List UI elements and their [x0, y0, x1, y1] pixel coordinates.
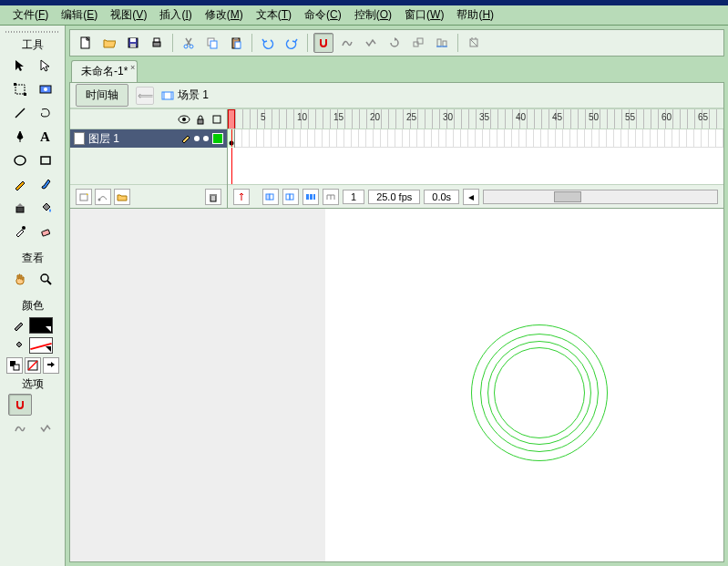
line-tool[interactable]	[8, 102, 32, 124]
snap-to-objects-button[interactable]	[313, 33, 333, 53]
eye-icon[interactable]	[178, 113, 190, 126]
current-frame: 1	[343, 190, 364, 204]
delete-layer-button[interactable]	[205, 189, 221, 205]
menu-control[interactable]: 控制(O)	[349, 5, 397, 25]
swap-colors-button[interactable]	[43, 357, 59, 374]
back-arrow-button[interactable]: ⟸	[136, 87, 154, 105]
svg-rect-56	[306, 194, 309, 200]
pen-tool[interactable]	[8, 126, 32, 148]
elapsed-display: 0.0s	[424, 190, 459, 204]
layer-row[interactable]: 图层 1	[70, 129, 227, 148]
cut-button[interactable]	[179, 33, 199, 53]
svg-rect-32	[437, 39, 441, 46]
free-transform-tool[interactable]	[8, 78, 32, 100]
panel-grip-icon[interactable]	[5, 31, 60, 33]
rectangle-tool[interactable]	[34, 149, 57, 171]
zoom-tool[interactable]	[34, 268, 57, 290]
timeline-ruler[interactable]: 510152025303540455055606570	[228, 109, 723, 129]
document-chrome: 时间轴 ⟸ 场景 1 图层 1	[69, 82, 724, 209]
tool-panel: 工具 A 查看 颜色	[0, 26, 66, 566]
svg-rect-14	[14, 365, 19, 370]
pencil-tool[interactable]	[8, 173, 32, 195]
stroke-color-swatch[interactable]	[29, 317, 53, 334]
svg-point-43	[182, 118, 186, 121]
print-button[interactable]	[147, 33, 167, 53]
menu-window[interactable]: 窗口(W)	[399, 5, 449, 25]
menu-modify[interactable]: 修改(M)	[200, 5, 249, 25]
add-motion-guide-button[interactable]	[95, 189, 111, 205]
hand-tool[interactable]	[8, 268, 32, 290]
svg-rect-8	[16, 207, 24, 212]
menu-insert[interactable]: 插入(I)	[154, 5, 197, 25]
menu-view[interactable]: 视图(V)	[105, 5, 152, 25]
copy-button[interactable]	[202, 33, 222, 53]
layer-lock-dot-icon[interactable]	[203, 136, 209, 141]
paste-button[interactable]	[226, 33, 246, 53]
brush-tool[interactable]	[34, 173, 57, 195]
onion-markers-button[interactable]	[323, 189, 339, 205]
menu-help[interactable]: 帮助(H)	[451, 5, 499, 25]
menu-file[interactable]: 文件(F)	[7, 5, 54, 25]
add-layer-button[interactable]	[76, 189, 92, 205]
timeline-tab[interactable]: 时间轴	[76, 84, 128, 107]
smooth-button[interactable]	[337, 33, 357, 53]
lasso-tool[interactable]	[34, 102, 57, 124]
open-button[interactable]	[99, 33, 119, 53]
align-button[interactable]	[432, 33, 452, 53]
menu-commands[interactable]: 命令(C)	[299, 5, 347, 25]
eyedropper-tool[interactable]	[8, 221, 32, 242]
default-colors-button[interactable]	[6, 357, 23, 374]
gradient-transform-tool[interactable]	[34, 78, 57, 100]
save-button[interactable]	[123, 33, 143, 53]
svg-rect-55	[290, 194, 293, 200]
lock-icon[interactable]	[194, 113, 207, 126]
center-frame-button[interactable]	[233, 189, 250, 205]
smooth-option[interactable]	[8, 417, 32, 439]
new-button[interactable]	[76, 33, 96, 53]
stage-wrapper	[69, 209, 724, 562]
playhead-line-icon	[231, 148, 232, 184]
ruler-tick-label: 50	[589, 112, 599, 122]
ink-bottle-tool[interactable]	[8, 197, 32, 219]
document-tab[interactable]: 未命名-1* ×	[71, 60, 138, 82]
straighten-button[interactable]	[361, 33, 381, 53]
scroll-left-button[interactable]: ◂	[463, 189, 479, 205]
text-tool[interactable]: A	[34, 126, 57, 148]
edit-multiple-button[interactable]	[302, 189, 319, 205]
onion-outline-button[interactable]	[282, 189, 299, 205]
fill-color-swatch[interactable]	[29, 337, 53, 354]
eraser-tool[interactable]	[34, 221, 57, 242]
timeline-hscroll[interactable]	[483, 190, 718, 204]
add-folder-button[interactable]	[114, 189, 130, 205]
no-color-button[interactable]	[25, 357, 41, 374]
redo-button[interactable]	[282, 33, 302, 53]
layer-vis-dot-icon[interactable]	[194, 136, 200, 141]
menu-edit[interactable]: 编辑(E)	[56, 5, 103, 25]
subselect-tool[interactable]	[34, 55, 57, 77]
layer-outline-swatch[interactable]	[212, 133, 223, 144]
selection-tool[interactable]	[8, 55, 32, 77]
snap-option[interactable]	[8, 394, 32, 416]
rotate-button[interactable]	[385, 33, 405, 53]
debug-button[interactable]	[464, 33, 484, 53]
drawn-circle-4[interactable]	[494, 347, 585, 438]
oval-tool[interactable]	[8, 149, 32, 171]
menu-text[interactable]: 文本(T)	[251, 5, 297, 25]
stage-pasteboard[interactable]	[70, 209, 325, 561]
paint-bucket-tool[interactable]	[34, 197, 57, 219]
scale-button[interactable]	[408, 33, 428, 53]
outline-icon[interactable]	[210, 113, 223, 126]
svg-rect-7	[41, 157, 50, 164]
onion-skin-button[interactable]	[262, 189, 279, 205]
undo-button[interactable]	[258, 33, 278, 53]
stage-canvas[interactable]	[325, 209, 723, 561]
scene-label[interactable]: 场景 1	[161, 87, 209, 103]
close-icon[interactable]: ×	[130, 63, 135, 72]
frames-row[interactable]	[228, 129, 723, 148]
main-area: 工具 A 查看 颜色	[0, 26, 728, 566]
svg-rect-54	[286, 194, 290, 200]
ruler-tick-label: 60	[661, 112, 672, 122]
straighten-option[interactable]	[34, 417, 57, 439]
scroll-thumb[interactable]	[554, 191, 581, 202]
playhead-icon[interactable]	[228, 109, 235, 129]
